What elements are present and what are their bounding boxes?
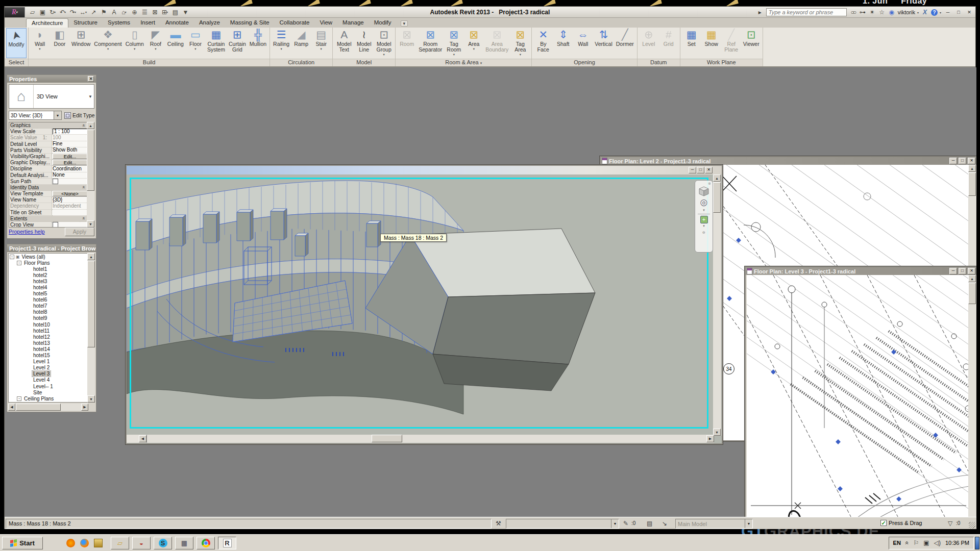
design-options-icon[interactable]: ▤ xyxy=(647,520,652,527)
ribbon-tab[interactable]: Manage xyxy=(337,18,369,28)
sync-icon[interactable]: ↻▾ xyxy=(47,8,58,17)
close-icon[interactable]: ✕ xyxy=(88,76,94,82)
tag-area-button[interactable]: ⊠ Tag Area ▾ xyxy=(510,28,530,58)
row-parts-visibility[interactable]: Parts Visibility Show Both« xyxy=(9,147,88,154)
tree-item[interactable]: Level 2 xyxy=(9,365,88,371)
tree-item[interactable]: - Ceiling Plans xyxy=(9,395,88,402)
start-button[interactable]: Start xyxy=(2,537,43,549)
resize-grip[interactable] xyxy=(969,522,975,529)
quicklaunch-ie-icon[interactable] xyxy=(51,538,61,548)
model-line-button[interactable]: ≀ Model Line xyxy=(354,28,374,58)
curtain-system-button[interactable]: ▦ Curtain System xyxy=(206,28,227,58)
ribbon-panel-label[interactable]: Room & Area ▾ xyxy=(396,59,531,66)
exchange-apps-icon[interactable]: X xyxy=(921,9,928,16)
viewer-button[interactable]: ⊡ Viewer xyxy=(742,28,761,58)
level-button[interactable]: ⊕ Level xyxy=(639,28,658,58)
column-button[interactable]: ▯ Column ▾ xyxy=(124,28,145,58)
filter-icon[interactable]: ▽ xyxy=(948,520,952,527)
curtain-grid-button[interactable]: ⊞ Curtain Grid xyxy=(227,28,248,58)
taskbar-chrome-button[interactable] xyxy=(197,537,215,549)
tree-item[interactable]: - Floor Plans xyxy=(9,260,88,266)
grid-button[interactable]: # Grid xyxy=(659,28,678,58)
tree-item[interactable]: Level 3 xyxy=(9,371,88,377)
view-3d-canvas[interactable] xyxy=(127,174,714,436)
search-input[interactable] xyxy=(766,8,847,16)
close-button[interactable]: ✕ xyxy=(965,9,973,16)
ceiling-button[interactable]: ▬ Ceiling xyxy=(166,28,185,58)
row-scale-value[interactable]: Scale Value 1: 100« xyxy=(9,135,88,141)
wheel-dropdown-icon[interactable]: ▾ xyxy=(703,208,705,212)
railing-button[interactable]: ☰ Railing ▾ xyxy=(272,28,291,58)
properties-help-link[interactable]: Properties help xyxy=(9,229,45,235)
vertical-scrollbar[interactable]: ▲ ▼ xyxy=(968,275,976,517)
communication-center-icon[interactable]: ✴ xyxy=(869,9,876,16)
mullion-button[interactable]: ╬ Mullion xyxy=(248,28,268,58)
properties-header[interactable]: Properties ✕ xyxy=(7,75,96,83)
row-default-analysis[interactable]: Default Analysi... None« xyxy=(9,172,88,179)
editable-only-icon[interactable]: ✎ xyxy=(623,520,628,527)
taskbar-skype-button[interactable]: S xyxy=(154,537,172,549)
row-detail-level[interactable]: Detail Level Fine« xyxy=(9,141,88,147)
minimize-button[interactable]: ─ xyxy=(949,268,957,274)
ref-plane-button[interactable]: ╱ Ref Plane xyxy=(722,28,741,58)
scrollbar-thumb[interactable] xyxy=(372,435,402,442)
tree-item[interactable]: hotel11 xyxy=(9,328,88,334)
row-view-name[interactable]: View Name {3D}« xyxy=(9,197,88,203)
graphic-display-icon[interactable]: ▤ xyxy=(170,8,180,17)
tree-item[interactable]: hotel13 xyxy=(9,340,88,346)
vertical-scrollbar[interactable]: ▲ ▼ xyxy=(713,174,721,436)
set-work-plane-button[interactable]: ▦ Set xyxy=(682,28,701,58)
ribbon-tab[interactable]: Structure xyxy=(68,18,103,28)
view-3d-titlebar[interactable]: ─ □ ✕ xyxy=(127,166,722,174)
tree-item[interactable]: hotel15 xyxy=(9,353,88,359)
ribbon-tab[interactable]: Modify xyxy=(369,18,397,28)
dormer-button[interactable]: ╱ Dormer xyxy=(615,28,635,58)
tag-room-button[interactable]: ⊠ Tag Room ▾ xyxy=(444,28,463,58)
restore-button[interactable]: □ xyxy=(697,167,704,173)
network-icon[interactable]: ▣ xyxy=(923,539,929,546)
workset-combo[interactable]: ▼ xyxy=(506,519,619,529)
checkbox-checked-icon[interactable]: ✓ xyxy=(880,520,887,526)
action-center-flag-icon[interactable]: ⚐ xyxy=(914,539,919,546)
tree-item[interactable]: hotel7 xyxy=(9,303,88,309)
area-boundary-button[interactable]: ⊠ Area Boundary xyxy=(484,28,510,58)
row-sun-path[interactable]: Sun Path « xyxy=(9,179,88,185)
tree-item[interactable]: hotel8 xyxy=(9,309,88,315)
tree-item[interactable]: - ▣ Views (all) xyxy=(9,254,88,260)
open-icon[interactable]: ▱ xyxy=(27,8,37,17)
navbar-collapse-icon[interactable]: ⊖ xyxy=(702,231,705,235)
row-view-scale[interactable]: View Scale 1 : 100« xyxy=(9,129,88,135)
scroll-right-button[interactable]: ▶ xyxy=(706,435,714,442)
application-menu-button[interactable]: R▾ xyxy=(5,7,25,17)
taskbar-explorer-button[interactable]: ▱ xyxy=(111,537,129,549)
component-button[interactable]: ❖ Component ▾ xyxy=(92,28,123,58)
type-combo[interactable]: 3D View: {3D} ▼ xyxy=(9,111,62,120)
ribbon-panel-label[interactable]: Datum xyxy=(638,59,680,66)
ribbon-minimize-toggle[interactable]: ▾ xyxy=(401,20,408,27)
ribbon-tab[interactable]: Massing & Site xyxy=(225,18,275,28)
modify-button[interactable]: ➤ Modify xyxy=(6,28,27,58)
ribbon-tab[interactable]: Annotate xyxy=(160,18,194,28)
floor-button[interactable]: ▭ Floor ▾ xyxy=(186,28,205,58)
text-icon[interactable]: A xyxy=(109,8,119,17)
tree-item[interactable]: hotel9 xyxy=(9,315,88,321)
ribbon-tab[interactable]: View xyxy=(314,18,337,28)
quicklaunch-revit-icon[interactable] xyxy=(94,539,103,547)
tree-item[interactable]: hotel2 xyxy=(9,272,88,278)
area-button[interactable]: ⊠ Area ▾ xyxy=(464,28,483,58)
quicklaunch-firefox-icon[interactable] xyxy=(80,539,89,547)
apply-button[interactable]: Apply xyxy=(65,228,94,236)
floorplan-level2-titlebar[interactable]: Floor Plan: Level 2 - Project1-3 radical… xyxy=(601,157,976,165)
restore-button[interactable]: □ xyxy=(959,158,966,164)
section-icon[interactable]: ⊕ xyxy=(129,8,139,17)
row-visibility-graphics[interactable]: Visibility/Graphi... Edit...« xyxy=(9,154,88,160)
close-button[interactable]: ✕ xyxy=(705,167,713,173)
ribbon-panel-label[interactable]: Work Plane xyxy=(680,59,763,66)
favorites-star-icon[interactable]: ☆ xyxy=(878,9,886,16)
tag-icon[interactable]: ⚑ xyxy=(99,8,109,17)
worksets-icon[interactable]: ⚒ xyxy=(496,520,501,527)
shaft-button[interactable]: ⇕ Shaft xyxy=(553,28,573,58)
redo-icon[interactable]: ↷▾ xyxy=(68,8,78,17)
tree-item[interactable]: hotel12 xyxy=(9,334,88,340)
ribbon-panel-label[interactable]: Opening xyxy=(532,59,636,66)
